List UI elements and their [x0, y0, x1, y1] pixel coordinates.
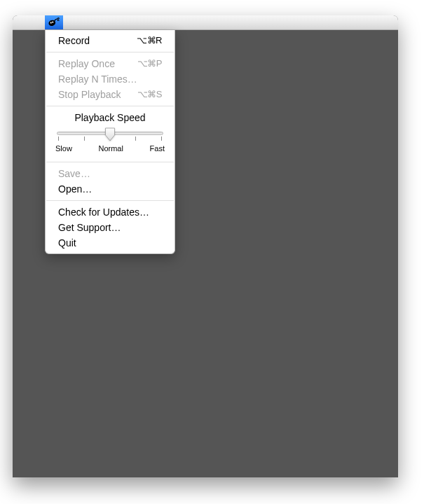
menubar-app-icon[interactable]: 2	[45, 15, 63, 29]
menu-item-open[interactable]: Open…	[46, 181, 175, 197]
menu-item-label: Replay N Times…	[58, 73, 137, 85]
menu-item-label: Quit	[58, 237, 76, 249]
svg-text:2: 2	[57, 17, 60, 22]
menu-item-check-updates[interactable]: Check for Updates…	[46, 204, 175, 220]
menu-item-label: Check for Updates…	[58, 206, 149, 218]
menu-item-label: Open…	[58, 183, 92, 195]
slider-thumb[interactable]	[105, 127, 116, 141]
menu-item-quit[interactable]: Quit	[46, 235, 175, 251]
menu-item-label: Get Support…	[58, 221, 121, 234]
menu-separator	[46, 162, 174, 162]
playback-speed-title: Playback Speed	[54, 112, 166, 123]
app-window: 2 Record ⌥⌘R Replay Once ⌥⌘P Replay N Ti…	[13, 15, 398, 477]
menu-separator	[46, 52, 174, 52]
menu-item-get-support[interactable]: Get Support…	[46, 220, 175, 235]
menu-item-label: Record	[58, 34, 90, 47]
menu-item-replay-n-times: Replay N Times…	[46, 71, 175, 87]
menu-item-label: Save…	[58, 167, 90, 180]
dropdown-menu: Record ⌥⌘R Replay Once ⌥⌘P Replay N Time…	[45, 30, 175, 254]
menu-item-replay-once: Replay Once ⌥⌘P	[46, 56, 175, 71]
menu-separator	[46, 106, 174, 106]
menubar: 2	[13, 15, 398, 30]
slider-label-normal: Normal	[98, 144, 123, 153]
menu-item-record[interactable]: Record ⌥⌘R	[46, 33, 175, 48]
slider-label-fast: Fast	[150, 144, 165, 153]
playback-speed-slider[interactable]	[57, 127, 163, 141]
menu-item-label: Replay Once	[58, 57, 115, 70]
menu-item-shortcut: ⌥⌘S	[137, 88, 162, 101]
menu-item-label: Stop Playback	[58, 88, 121, 101]
menu-item-shortcut: ⌥⌘R	[137, 34, 162, 47]
menu-item-save: Save…	[46, 166, 175, 181]
menu-item-stop-playback: Stop Playback ⌥⌘S	[46, 87, 175, 102]
slider-label-slow: Slow	[55, 144, 72, 153]
playback-speed-section: Playback Speed	[46, 110, 175, 158]
menu-separator	[46, 200, 174, 201]
menu-item-shortcut: ⌥⌘P	[137, 57, 162, 70]
slider-labels: Slow Normal Fast	[55, 144, 165, 153]
